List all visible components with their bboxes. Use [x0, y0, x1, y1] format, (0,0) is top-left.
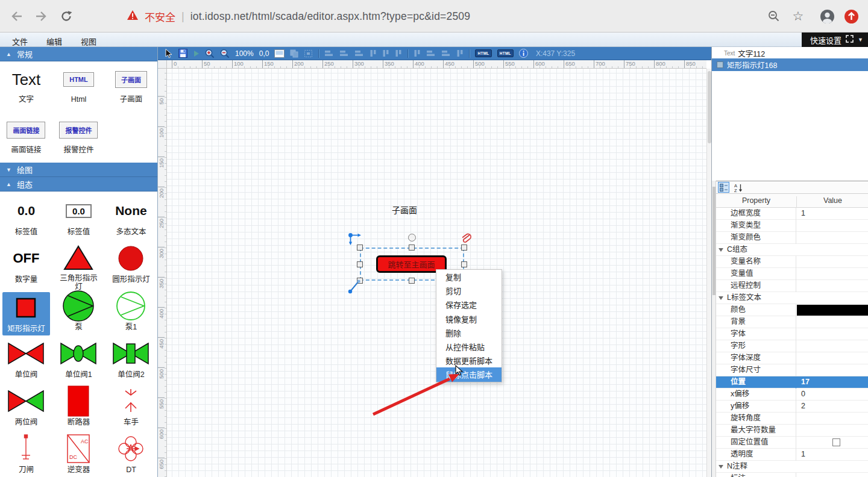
property-value[interactable]: [796, 232, 868, 244]
property-row-16[interactable]: y偏移2: [716, 401, 868, 413]
object-tree-item-text[interactable]: Text 文字112: [712, 48, 868, 58]
property-value[interactable]: 1: [796, 449, 868, 461]
quick-settings-label[interactable]: 快速设置: [810, 34, 841, 46]
menu-0[interactable]: 文件: [8, 34, 31, 48]
property-row-7[interactable]: L标签文本: [716, 292, 868, 304]
browser-update-icon[interactable]: [843, 8, 860, 25]
design-canvas[interactable]: 子画面 跳转至主画面 复制剪切保存选定镜像复制删除从控件粘贴数据更新脚本鼠标点击…: [167, 69, 706, 477]
quick-settings-bar[interactable]: 快速设置 ▼: [802, 33, 868, 47]
palette-item-subscreen-control[interactable]: 子画面子画面: [105, 61, 157, 112]
context-menu-item-0[interactable]: 复制: [436, 270, 502, 284]
info-icon[interactable]: [519, 49, 528, 58]
resize-handle-s[interactable]: [409, 278, 415, 284]
property-row-21[interactable]: N注释: [716, 461, 868, 473]
property-value[interactable]: 17: [796, 376, 868, 388]
back-icon[interactable]: [8, 8, 25, 25]
palette-item-digital-value[interactable]: OFF数字量: [0, 239, 52, 287]
context-menu-item-4[interactable]: 删除: [436, 326, 502, 340]
bookmark-star-icon[interactable]: ☆: [790, 8, 807, 25]
menu-2[interactable]: 视图: [77, 34, 100, 48]
property-value[interactable]: [796, 256, 868, 268]
property-value[interactable]: [796, 413, 868, 425]
property-row-20[interactable]: 透明度1: [716, 449, 868, 461]
connector-adorner-top-left[interactable]: [348, 232, 363, 249]
property-row-6[interactable]: 远程控制: [716, 280, 868, 292]
property-value[interactable]: 0: [796, 388, 868, 401]
property-value[interactable]: [796, 316, 868, 328]
save-icon[interactable]: [178, 49, 187, 58]
property-value[interactable]: [796, 352, 868, 364]
origin-text[interactable]: 0,0: [259, 49, 269, 58]
resize-handle-n[interactable]: [409, 245, 415, 251]
section-header-changgui[interactable]: ▲常规: [0, 47, 157, 61]
palette-item-breaker[interactable]: 断路器: [52, 382, 105, 429]
url-text[interactable]: iot.idosp.net/html/scada/editor.aspx.htm…: [190, 10, 471, 23]
categorized-view-icon[interactable]: [718, 182, 729, 193]
context-menu-item-3[interactable]: 镜像复制: [436, 312, 502, 326]
context-menu-item-7[interactable]: 鼠标点击脚本: [436, 367, 502, 381]
resize-handle-w[interactable]: [357, 261, 363, 267]
palette-item-label-value-box[interactable]: 0.0标签值: [52, 192, 105, 239]
section-header-huitu[interactable]: ▼绘图: [0, 163, 157, 177]
property-value[interactable]: [796, 268, 868, 280]
zoom-level-text[interactable]: 100%: [235, 49, 254, 58]
property-row-11[interactable]: 字形: [716, 340, 868, 352]
palette-item-valve-two-state[interactable]: 两位阀: [0, 382, 52, 429]
palette-item-valve-red[interactable]: 单位阀: [0, 334, 52, 382]
dock-icon[interactable]: [846, 34, 854, 45]
color-swatch[interactable]: [797, 305, 868, 316]
context-menu-item-2[interactable]: 保存选定: [436, 298, 502, 311]
html-export-icon[interactable]: HTML: [475, 49, 491, 57]
context-menu-item-6[interactable]: 数据更新脚本: [436, 354, 502, 367]
section-header-zutai[interactable]: ▲组态: [0, 177, 157, 192]
property-row-10[interactable]: 字体: [716, 328, 868, 340]
palette-item-circle-indicator[interactable]: 圆形指示灯: [105, 239, 157, 287]
palette-item-text-sample[interactable]: Text文字: [0, 61, 52, 112]
inspector-scrollbar[interactable]: [712, 181, 716, 477]
palette-item-pump1[interactable]: 泵1: [105, 287, 157, 334]
property-value[interactable]: 2: [796, 401, 868, 413]
object-tree-item-rect-indicator[interactable]: 矩形指示灯168: [712, 58, 868, 71]
property-value[interactable]: [796, 328, 868, 340]
alphabetical-sort-icon[interactable]: AZ: [733, 182, 744, 193]
palette-item-dt-flower[interactable]: DT: [105, 429, 157, 477]
property-value[interactable]: [796, 220, 868, 232]
property-row-18[interactable]: 最大字符数量: [716, 425, 868, 437]
canvas-settings-icon[interactable]: [274, 49, 285, 58]
palette-item-valve-green-oval[interactable]: 单位阀1: [52, 334, 105, 382]
zoom-out-icon[interactable]: [220, 49, 230, 58]
property-row-19[interactable]: 固定位置值: [716, 437, 868, 449]
property-row-1[interactable]: 渐变类型: [716, 220, 868, 232]
palette-item-html-control[interactable]: HTMLHtml: [52, 61, 105, 112]
property-row-4[interactable]: 变量名称: [716, 256, 868, 268]
property-row-2[interactable]: 渐变颜色: [716, 232, 868, 244]
property-row-0[interactable]: 边框宽度1: [716, 208, 868, 220]
menu-1[interactable]: 编辑: [43, 34, 66, 48]
address-bar[interactable]: 不安全 | iot.idosp.net/html/scada/editor.as…: [127, 6, 470, 26]
palette-item-label-value[interactable]: 0.0标签值: [0, 192, 52, 239]
palette-item-triangle-indicator[interactable]: 三角形指示灯: [52, 239, 105, 287]
property-value[interactable]: [796, 425, 868, 437]
canvas-vertical-scrollbar[interactable]: [706, 69, 711, 477]
zoom-out-page-icon[interactable]: [766, 8, 782, 25]
palette-item-screen-link-control[interactable]: 画面链接画面链接: [0, 112, 52, 163]
property-row-3[interactable]: C组态: [716, 244, 868, 256]
property-row-5[interactable]: 变量值: [716, 268, 868, 280]
property-value[interactable]: [796, 280, 868, 292]
subscreen-text[interactable]: 子画面: [392, 204, 417, 216]
checkbox[interactable]: [832, 438, 840, 446]
property-value[interactable]: 1: [796, 208, 868, 220]
forward-icon[interactable]: [33, 8, 49, 25]
pointer-icon[interactable]: [165, 49, 173, 58]
rotate-handle[interactable]: [408, 234, 416, 242]
palette-item-handcart[interactable]: 车手: [105, 382, 157, 429]
property-row-8[interactable]: 颜色: [716, 304, 868, 316]
zoom-in-icon[interactable]: [205, 49, 215, 58]
property-row-17[interactable]: 旋转角度: [716, 413, 868, 425]
palette-item-rect-indicator[interactable]: 矩形指示灯: [0, 287, 52, 334]
property-row-12[interactable]: 字体深度: [716, 352, 868, 364]
property-row-13[interactable]: 字体尺寸: [716, 364, 868, 376]
profile-avatar[interactable]: [819, 8, 835, 25]
connector-adorner-bottom-left[interactable]: [348, 278, 361, 296]
context-menu-item-1[interactable]: 剪切: [436, 284, 502, 298]
